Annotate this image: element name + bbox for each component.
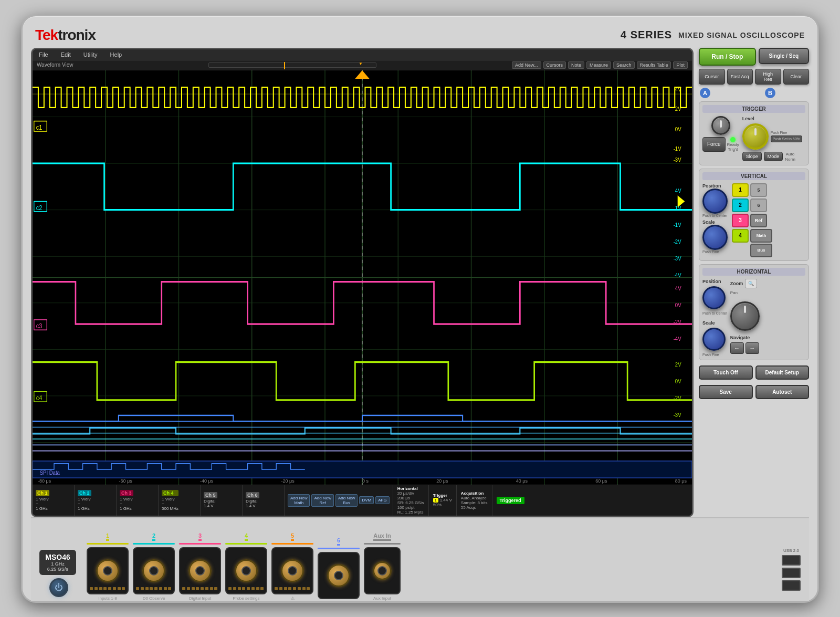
horiz-scale-knob[interactable] — [702, 328, 726, 351]
menu-help[interactable]: Help — [108, 50, 124, 59]
nav-right-button[interactable]: → — [746, 342, 759, 354]
ch1-val1: 1 V/div — [36, 497, 48, 501]
ref-button[interactable]: Ref — [750, 214, 767, 227]
trigger-info: Trigger 1 1.44 V 50% — [429, 485, 457, 516]
touch-off-button[interactable]: Touch Off — [699, 365, 753, 380]
add-new-btn[interactable]: Add New... — [512, 61, 541, 69]
aux-in-label: Aux In — [373, 532, 391, 541]
trigger-a-knob[interactable] — [711, 116, 730, 135]
conn-6-body[interactable] — [318, 552, 360, 599]
ch4-button[interactable]: 4 — [732, 229, 749, 243]
force-button[interactable]: Force — [702, 137, 726, 152]
dvm-btn[interactable]: DVM — [359, 496, 374, 504]
ch2-val1: 1 V/div — [78, 497, 91, 501]
fast-acq-button[interactable]: Fast Acq — [727, 69, 753, 85]
slope-mode-row: Slope Mode Auto Norm — [742, 152, 805, 162]
ch5-button[interactable]: 5 — [750, 183, 767, 197]
b-indicator: B — [765, 88, 775, 98]
auto-label: Auto — [786, 152, 794, 156]
afg-btn[interactable]: AFG — [375, 496, 389, 504]
bus-button[interactable]: Bus — [750, 244, 772, 257]
add-bus-btn[interactable]: Add NewBus — [335, 494, 358, 507]
vert-scale-knob[interactable] — [702, 225, 728, 250]
acquisition-info: Acquisition Auto, Analyze Sample: 8 bits… — [457, 485, 492, 516]
svg-text:4V: 4V — [675, 86, 681, 92]
menu-edit[interactable]: Edit — [59, 50, 73, 59]
single-seq-button[interactable]: Single / Seq — [759, 48, 810, 64]
menu-file[interactable]: File — [37, 50, 50, 59]
add-ref-btn[interactable]: Add NewRef — [311, 494, 333, 507]
cursors-btn[interactable]: Cursors — [543, 61, 566, 69]
connector-ch1: 1 Inputs 1-8 — [87, 532, 129, 601]
time-label-3: -20 μs — [281, 478, 294, 484]
math-button[interactable]: Math — [750, 229, 772, 243]
bottom-section: MSO46 1 GHz 6.25 GS/s ⏻ 1 Inputs 1-8 2 — [31, 517, 809, 601]
series-info: 4 SERIES MIXED SIGNAL OSCILLOSCOPE — [621, 29, 805, 41]
horiz-navigate-knob[interactable] — [730, 301, 760, 331]
time-axis: -80 μs -60 μs -40 μs -20 μs 0 s 20 μs 40… — [33, 478, 692, 484]
nav-arrows: ← → — [730, 342, 805, 354]
svg-text:4V: 4V — [675, 187, 681, 194]
connector-ch6: 6 — [318, 537, 360, 601]
high-res-button[interactable]: High Res — [755, 69, 781, 85]
trigger-level-knob[interactable] — [742, 123, 769, 150]
clear-button[interactable]: Clear — [783, 69, 810, 85]
conn-4-body[interactable] — [225, 547, 267, 594]
vert-position-knob[interactable] — [702, 189, 728, 214]
svg-text:c1: c1 — [36, 123, 43, 131]
ch2-button[interactable]: 2 — [732, 198, 749, 212]
ch6-info: Ch 6 Digital 1.4 V — [243, 485, 285, 516]
default-setup-button[interactable]: Default Setup — [755, 365, 810, 380]
svg-text:-3V: -3V — [674, 156, 681, 163]
ch1-label: Ch 1 — [36, 490, 49, 496]
horizontal-info: Horizontal 20 μs/div 200 μs SR: 6.25 GS/… — [393, 485, 429, 516]
run-stop-button[interactable]: Run / Stop — [699, 48, 756, 66]
measure-btn[interactable]: Measure — [586, 61, 611, 69]
add-math-btn[interactable]: Add NewMath — [288, 494, 310, 507]
conn-4-label: 4 — [245, 532, 248, 541]
connector-aux: Aux In Aux Input — [364, 532, 401, 601]
vertical-section: VERTICAL Position Push to Center — [699, 169, 809, 261]
aux-body[interactable] — [364, 547, 401, 594]
slope-button[interactable]: Slope — [742, 152, 762, 161]
ch1-button[interactable]: 1 — [732, 183, 749, 197]
conn-1-label: 1 — [106, 532, 109, 541]
svg-text:-3V: -3V — [674, 412, 681, 418]
results-table-btn[interactable]: Results Table — [637, 61, 671, 69]
usb-port-2[interactable] — [782, 568, 801, 578]
series-subtitle: MIXED SIGNAL OSCILLOSCOPE — [678, 31, 805, 39]
conn-5-body[interactable] — [271, 547, 313, 594]
usb-port-3[interactable] — [782, 580, 801, 591]
autoset-button[interactable]: Autoset — [755, 385, 810, 399]
svg-text:-2V: -2V — [674, 238, 681, 245]
trigger-section: TRIGGER Force Ready Trig'd — [699, 101, 809, 165]
zoom-button[interactable]: 🔍 — [745, 279, 757, 288]
search-btn[interactable]: Search — [613, 61, 635, 69]
ch4-info: Ch 4 1 V/div ~ 500 MHz — [159, 485, 201, 516]
cursor-button[interactable]: Cursor — [699, 69, 725, 85]
ch6-label: Ch 6 — [246, 492, 259, 498]
power-button[interactable]: ⏻ — [49, 578, 68, 597]
ch6-button[interactable]: 6 — [750, 198, 767, 212]
conn-1-body[interactable] — [87, 547, 129, 594]
connector-ch3: 3 Digital Input — [179, 532, 221, 601]
set-50-button[interactable]: Push Set to 50% — [771, 135, 802, 142]
ch2-info: Ch 2 1 V/div ~ 1 GHz — [75, 485, 117, 516]
conn-2-body[interactable] — [133, 547, 175, 594]
ch4-label: Ch 4 — [162, 490, 178, 496]
plot-btn[interactable]: Plot — [673, 61, 688, 69]
mode-button[interactable]: Mode — [764, 152, 783, 161]
bnc-2 — [142, 559, 165, 582]
save-button[interactable]: Save — [699, 385, 753, 399]
vert-scale-row: Scale Push Fine — [702, 219, 728, 254]
conn-3-body[interactable] — [179, 547, 221, 594]
horizontal-title: HORIZONTAL — [702, 268, 805, 276]
menu-utility[interactable]: Utility — [81, 50, 100, 59]
time-label-5: 20 μs — [436, 478, 448, 484]
horiz-position-knob[interactable] — [702, 286, 726, 309]
ch3-button[interactable]: 3 — [732, 214, 749, 227]
nav-left-button[interactable]: ← — [730, 342, 744, 354]
note-btn[interactable]: Note — [568, 61, 584, 69]
usb-port-1[interactable] — [782, 555, 801, 566]
waveform-toolbar: Waveform View ▼ Add New... Cursors Note … — [33, 60, 692, 70]
